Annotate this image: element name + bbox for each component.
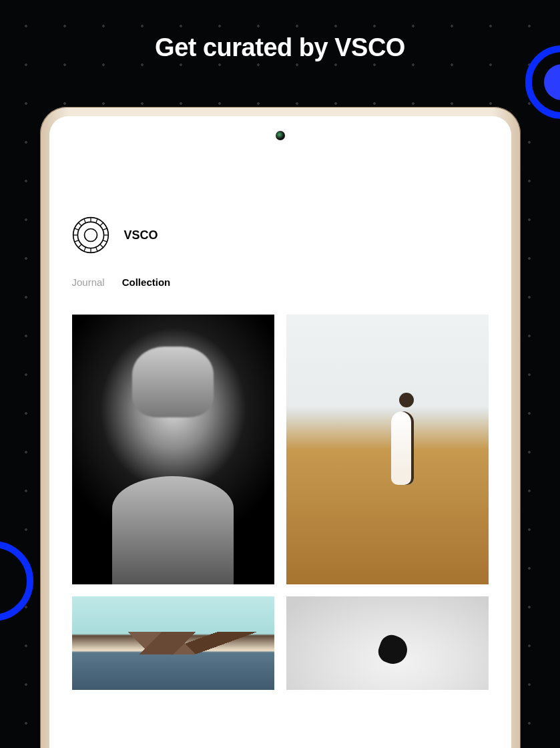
vsco-logo-icon (72, 216, 109, 254)
collection-tile[interactable] (72, 315, 274, 584)
svg-point-2 (84, 228, 97, 241)
svg-line-7 (77, 222, 81, 226)
svg-line-18 (103, 240, 107, 242)
collection-grid (65, 288, 495, 690)
svg-line-11 (83, 218, 85, 222)
svg-line-8 (100, 244, 103, 248)
svg-line-10 (77, 244, 81, 248)
tab-collection[interactable]: Collection (122, 276, 171, 288)
device-bezel: VSCO Journal Collection (49, 116, 511, 748)
profile-name: VSCO (124, 228, 158, 242)
svg-line-9 (100, 222, 103, 226)
tab-journal[interactable]: Journal (72, 276, 105, 288)
profile-tabs: Journal Collection (65, 254, 495, 288)
svg-line-16 (74, 240, 78, 242)
promo-headline: Get curated by VSCO (0, 0, 560, 62)
svg-line-13 (83, 247, 85, 251)
collection-tile[interactable] (72, 596, 274, 690)
svg-line-14 (95, 247, 97, 251)
collection-tile[interactable] (286, 315, 489, 584)
svg-line-15 (74, 228, 78, 230)
svg-line-17 (103, 228, 107, 230)
collection-tile[interactable] (286, 596, 489, 690)
svg-point-1 (77, 222, 103, 248)
app-screen: VSCO Journal Collection (65, 156, 495, 748)
device-frame: VSCO Journal Collection (40, 107, 521, 748)
profile-header: VSCO (65, 156, 495, 254)
svg-line-12 (95, 218, 97, 222)
device-camera (276, 131, 285, 140)
